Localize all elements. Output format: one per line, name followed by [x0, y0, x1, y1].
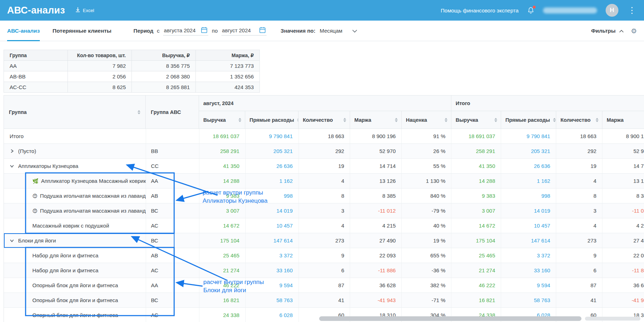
total-quantity-cell: 292: [556, 144, 602, 158]
margin-cell: 22 093: [350, 248, 402, 263]
total-quantity-cell: 18 663: [556, 129, 602, 143]
total-direct-costs-cell: 998: [501, 189, 556, 203]
group-name-cell: Опорный блок для йоги и фитнеса: [4, 308, 146, 322]
column-header-total-margin[interactable]: Маржа: [602, 111, 644, 129]
direct-costs-cell: 6 028: [246, 308, 299, 322]
scrollbar-track[interactable]: [585, 317, 640, 321]
total-revenue-cell: 14 672: [451, 218, 501, 233]
filters-toggle[interactable]: Фильтры: [591, 28, 624, 34]
calendar-icon[interactable]: [201, 27, 208, 33]
chevron-down-icon[interactable]: [10, 164, 15, 168]
table-row[interactable]: Опорный блок для йоги и фитнесаАА46 2229…: [4, 278, 644, 293]
avatar[interactable]: Н: [606, 4, 618, 17]
row-label: Подушка игольчатая массажная из лаванд..…: [40, 208, 146, 214]
total-margin-cell: 8 385: [602, 189, 644, 203]
direct-costs-cell: 33 160: [246, 263, 299, 278]
summary-col-qty: Кол-во товаров, шт.: [68, 50, 132, 61]
tab-lost-clients[interactable]: Потерянные клиенты: [53, 21, 112, 41]
values-by-select[interactable]: Месяцам: [319, 26, 358, 35]
abc-detail-table: Группа Группа АВС август, 2024 Итого: [4, 95, 644, 322]
direct-costs-cell: 9 594: [246, 278, 299, 293]
summary-revenue-cell: 8 265 881: [132, 82, 196, 93]
excel-export-button[interactable]: Excel: [75, 7, 94, 14]
group-row[interactable]: Блоки для йогиВС175 104147 61427327 4901…: [4, 233, 644, 248]
table-row[interactable]: 😊Подушка игольчатая массажная из лаванд.…: [4, 189, 644, 203]
tab-abc-analysis[interactable]: АВС-анализ: [7, 21, 40, 41]
expert-help-link[interactable]: Помощь финансового эксперта: [441, 7, 519, 13]
column-header-label: Количество: [560, 117, 591, 123]
period-to-input[interactable]: август 2024: [221, 26, 267, 36]
markup-cell: 40 %: [402, 218, 451, 233]
column-header-label: Маржа: [354, 117, 371, 123]
margin-cell: 4 215: [350, 218, 402, 233]
table-row[interactable]: Массажный коврик с подушкойАС14 67210 45…: [4, 218, 644, 233]
sort-icon[interactable]: [596, 118, 599, 122]
kebab-menu-icon[interactable]: ⋮: [627, 6, 637, 15]
direct-costs-cell: 10 457: [246, 218, 299, 233]
total-revenue-cell: 46 222: [451, 278, 501, 293]
column-header-markup[interactable]: Наценка: [402, 111, 451, 129]
gear-icon[interactable]: ⚙: [631, 27, 637, 35]
chevron-right-icon[interactable]: [10, 149, 15, 153]
revenue-cell: 46 222: [199, 278, 246, 293]
sort-icon[interactable]: [238, 118, 241, 122]
sort-icon[interactable]: [138, 110, 140, 114]
table-row[interactable]: Набор для йоги и фитнесаАВ25 4653 372922…: [4, 248, 644, 263]
column-header-total-direct-costs[interactable]: Прямые расходы: [501, 111, 556, 129]
total-direct-costs-cell: 9 594: [501, 278, 556, 293]
sort-icon[interactable]: [553, 118, 556, 122]
column-group-month: август, 2024: [199, 95, 451, 111]
row-label: (Пусто): [18, 148, 36, 154]
margin-cell: 14 714: [350, 159, 402, 173]
download-icon: [75, 7, 81, 14]
sort-icon[interactable]: [494, 118, 497, 122]
column-header-quantity[interactable]: Количество: [299, 111, 350, 129]
sort-icon[interactable]: [445, 118, 447, 122]
margin-cell: 52 970: [350, 144, 402, 158]
period-from-input[interactable]: августа 2024: [163, 26, 208, 36]
total-margin-cell: 4 215: [602, 218, 644, 233]
abc-group-cell: АС: [146, 263, 199, 278]
table-row[interactable]: 🌿Аппликатор Кузнецова Массажный коврик .…: [4, 174, 644, 189]
table-row[interactable]: Опорный блок для йоги и фитнесаВС16 8215…: [4, 293, 644, 308]
markup-cell: 840 %: [402, 189, 451, 203]
column-header-group[interactable]: Группа: [4, 95, 146, 129]
column-header-total-revenue[interactable]: Выручка: [451, 111, 501, 129]
sort-icon[interactable]: [395, 118, 398, 122]
direct-costs-cell: 9 790 841: [246, 129, 299, 143]
column-header-direct-costs[interactable]: Прямые расходы: [245, 111, 299, 129]
group-name-cell: (Пусто): [4, 144, 146, 158]
column-header-revenue[interactable]: Выручка: [199, 111, 245, 129]
revenue-cell: 14 672: [199, 218, 246, 233]
summary-row: АВ-ВВ 2 056 2 068 380 1 352 656: [4, 71, 260, 82]
summary-margin-cell: 7 123 773: [196, 61, 260, 71]
table-row[interactable]: Набор для йоги и фитнесаАС21 27433 1606-…: [4, 263, 644, 278]
user-name-blurred: [543, 7, 597, 13]
group-row[interactable]: (Пусто)ВВ258 291205 32129252 97026 %258 …: [4, 144, 644, 159]
period-to-label: по: [212, 28, 218, 34]
chevron-down-icon[interactable]: [10, 238, 15, 243]
revenue-cell: 175 104: [199, 233, 246, 248]
table-row[interactable]: 😊Подушка игольчатая массажная из лаванд.…: [4, 203, 644, 218]
summary-qty-cell: 2 056: [68, 71, 132, 82]
notification-bell-icon[interactable]: [527, 6, 535, 14]
total-direct-costs-cell: 10 457: [501, 218, 556, 233]
calendar-icon[interactable]: [259, 27, 266, 33]
sort-icon[interactable]: [343, 118, 346, 122]
row-label: Аппликаторы Кузнецова: [18, 163, 78, 169]
scrollbar-thumb[interactable]: [319, 316, 581, 321]
quantity-cell: 8: [299, 189, 350, 203]
summary-qty-cell: 8 625: [68, 82, 132, 93]
group-name-cell: Массажный коврик с подушкой: [4, 218, 146, 233]
direct-costs-cell: 3 372: [246, 248, 299, 263]
quantity-cell: 4: [299, 218, 350, 233]
row-label: Опорный блок для йоги и фитнеса: [32, 297, 118, 303]
column-group-total: Итого: [451, 95, 644, 111]
horizontal-scrollbar[interactable]: [316, 316, 641, 321]
column-header-total-quantity[interactable]: Количество: [556, 111, 602, 129]
table-row[interactable]: Итого18 691 0379 790 84118 6638 900 1969…: [4, 129, 644, 144]
total-margin-cell: 14 714: [602, 159, 644, 173]
abc-group-cell: АА: [146, 174, 199, 188]
group-row[interactable]: Аппликаторы КузнецоваСС41 35026 6361914 …: [4, 159, 644, 174]
column-header-margin[interactable]: Маржа: [350, 111, 402, 129]
